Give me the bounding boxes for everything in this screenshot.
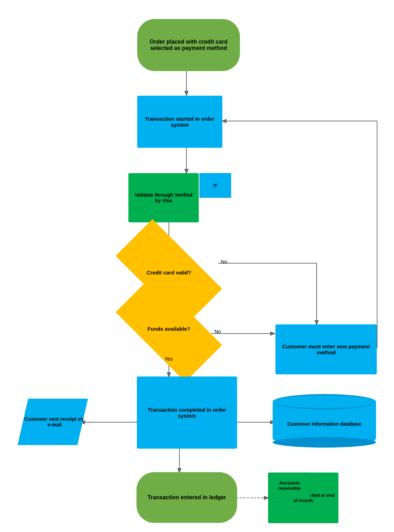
credit-card-valid-diamond: Credit card valid?	[120, 246, 218, 298]
swimlane-it: IT	[199, 173, 231, 198]
accounts-receivable-node: Accounts receivable	[269, 473, 310, 498]
validate-visa-label: Validate through Verified by Visa	[128, 189, 199, 206]
transaction-completed-label: Transaction completed in order system	[137, 403, 237, 422]
validate-container: Validate through Verified by Visa system…	[128, 173, 231, 222]
customer-receipt-node: Customer sent receipt via e-mail	[18, 399, 88, 445]
funds-available-label: Funds available?	[147, 326, 190, 332]
customer-receipt-label: Customer sent receipt via e-mail	[21, 413, 88, 430]
funds-available-diamond: Funds available?	[120, 303, 218, 355]
validate-visa-node: Validate through Verified by Visa	[128, 173, 199, 222]
flowchart: Order placed with credit card selected a…	[0, 0, 394, 532]
no-label-1: No	[221, 259, 227, 265]
yes-label-2: Yes	[165, 356, 173, 362]
accounts-receivable-label: Accounts receivable	[269, 479, 310, 492]
customer-db-node: Customer information database	[273, 394, 376, 448]
customer-payment-label: Customer must enter new payment method	[275, 340, 377, 359]
no-label-2: No	[215, 329, 221, 334]
transaction-ledger-node: Transaction entered in ledger	[136, 472, 237, 523]
transaction-started-label: Transaction started in order system	[137, 112, 222, 131]
customer-payment-node: Customer must enter new payment method	[275, 324, 377, 374]
order-placed-label: Order placed with credit card selected a…	[137, 35, 240, 55]
transaction-completed-node: Transaction completed in order system	[137, 376, 237, 449]
transaction-ledger-label: Transaction entered in ledger	[144, 491, 229, 504]
swimlane-container: system IT	[199, 173, 231, 222]
credit-card-valid-label: Credit card valid?	[147, 270, 191, 276]
entries-container: Entries are reconciled at end of month J…	[268, 473, 381, 523]
order-placed-node: Order placed with credit card selected a…	[137, 19, 240, 71]
customer-db-label: Customer information database	[285, 418, 364, 430]
transaction-started-node: Transaction started in order system	[137, 96, 222, 148]
